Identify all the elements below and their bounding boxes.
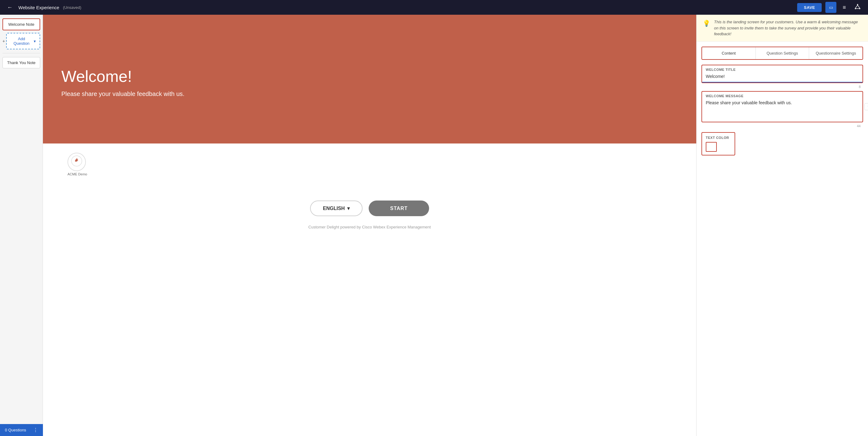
preview-body: ACME Demo ENGLISH ▾ START Customer Delig… (43, 144, 696, 239)
welcome-message-wrapper: WELCOME MESSAGE Please share your valuab… (702, 91, 863, 122)
preview-banner: Welcome! Please share your valuable feed… (43, 15, 696, 144)
welcome-title-field-group: WELCOME TITLE (702, 65, 863, 83)
tab-content-label: Content (722, 51, 736, 56)
welcome-title-char-count: 8 (859, 85, 861, 89)
top-nav: ← Website Experience (Unsaved) SAVE ▭ ≡ (0, 0, 868, 15)
language-button[interactable]: ENGLISH ▾ (310, 200, 363, 216)
svg-point-0 (857, 4, 858, 5)
ivr-button[interactable]: ⬆ IVR (864, 103, 868, 110)
add-question-section: + Add Question ▾ (2, 33, 40, 50)
sidebar-item-welcome-note[interactable]: Welcome Note (2, 19, 40, 30)
sidebar-divider (2, 53, 40, 53)
panel-content: WELCOME TITLE 8 WELCOME MESSAGE Please s… (696, 60, 868, 160)
tab-question-settings[interactable]: Question Settings (755, 47, 809, 59)
welcome-message-input[interactable]: Please share your valuable feedback with… (702, 99, 863, 121)
start-button[interactable]: START (369, 200, 429, 216)
back-button[interactable]: ← (5, 2, 15, 12)
tab-question-settings-label: Question Settings (767, 51, 798, 56)
bottom-bar: 0 Questions ⋮ (0, 424, 43, 436)
welcome-message-char-count: 44 (857, 124, 861, 128)
logo-circle (67, 153, 86, 171)
add-question-button[interactable]: Add Question ▾ (6, 33, 40, 50)
menu-icon: ≡ (842, 4, 846, 10)
network-icon (855, 5, 861, 11)
unsaved-label: (Unsaved) (63, 5, 81, 10)
preview-area: Welcome! Please share your valuable feed… (43, 15, 696, 436)
logo-icon (71, 155, 82, 168)
preview-welcome-title: Welcome! (61, 67, 684, 86)
text-color-box: TEXT COLOR (702, 132, 735, 155)
preview-buttons-row: ENGLISH ▾ START (55, 200, 684, 216)
info-icon: 💡 (703, 20, 710, 27)
welcome-title-wrapper: WELCOME TITLE 8 (702, 65, 863, 83)
preview-logo-area: ACME Demo (55, 153, 684, 176)
chevron-down-icon: ▾ (34, 39, 36, 43)
welcome-message-label: WELCOME MESSAGE (702, 92, 863, 99)
monitor-button[interactable]: ▭ (825, 2, 836, 13)
info-banner: 💡 This is the landing screen for your cu… (696, 15, 868, 42)
preview-welcome-message: Please share your valuable feedback with… (61, 90, 684, 97)
sidebar: Welcome Note + Add Question ▾ Thank You … (0, 15, 43, 436)
main-layout: Welcome Note + Add Question ▾ Thank You … (0, 15, 868, 436)
tab-questionnaire-settings-label: Questionnaire Settings (815, 51, 856, 56)
welcome-message-field-group: WELCOME MESSAGE Please share your valuab… (702, 91, 863, 122)
logo-label: ACME Demo (67, 172, 87, 176)
welcome-note-label: Welcome Note (8, 22, 34, 27)
menu-button[interactable]: ≡ (840, 3, 848, 12)
right-panel: 💡 This is the landing screen for your cu… (696, 15, 868, 436)
back-icon: ← (7, 4, 12, 11)
language-chevron-icon: ▾ (347, 206, 350, 211)
panel-tabs: Content Question Settings Questionnaire … (702, 46, 863, 60)
ivr-upload-icon: ⬆ (867, 104, 868, 108)
sidebar-item-thank-you-note[interactable]: Thank You Note (2, 57, 40, 68)
thank-you-note-label: Thank You Note (7, 60, 36, 65)
welcome-title-label: WELCOME TITLE (702, 65, 863, 73)
svg-line-3 (856, 5, 858, 8)
bottom-dots-menu[interactable]: ⋮ (33, 427, 38, 433)
svg-line-4 (858, 5, 860, 8)
tab-questionnaire-settings[interactable]: Questionnaire Settings (809, 47, 863, 59)
text-color-label: TEXT COLOR (706, 136, 731, 139)
app-title: Website Experience (19, 5, 59, 10)
add-question-label: Add Question (10, 36, 32, 46)
questions-count-label: 0 Questions (5, 428, 26, 432)
color-swatch[interactable] (706, 142, 717, 152)
add-plus-icon: + (2, 39, 5, 43)
network-button[interactable] (852, 3, 863, 12)
powered-by-text: Customer Delight powered by Cisco Webex … (308, 225, 431, 229)
title-input-underline (702, 82, 863, 83)
language-label: ENGLISH (323, 206, 345, 211)
save-button[interactable]: SAVE (797, 3, 822, 12)
welcome-title-input[interactable] (702, 73, 863, 82)
tab-content[interactable]: Content (702, 47, 755, 59)
monitor-icon: ▭ (829, 5, 833, 10)
info-text: This is the landing screen for your cust… (714, 19, 862, 37)
text-color-section: TEXT COLOR (702, 132, 863, 155)
